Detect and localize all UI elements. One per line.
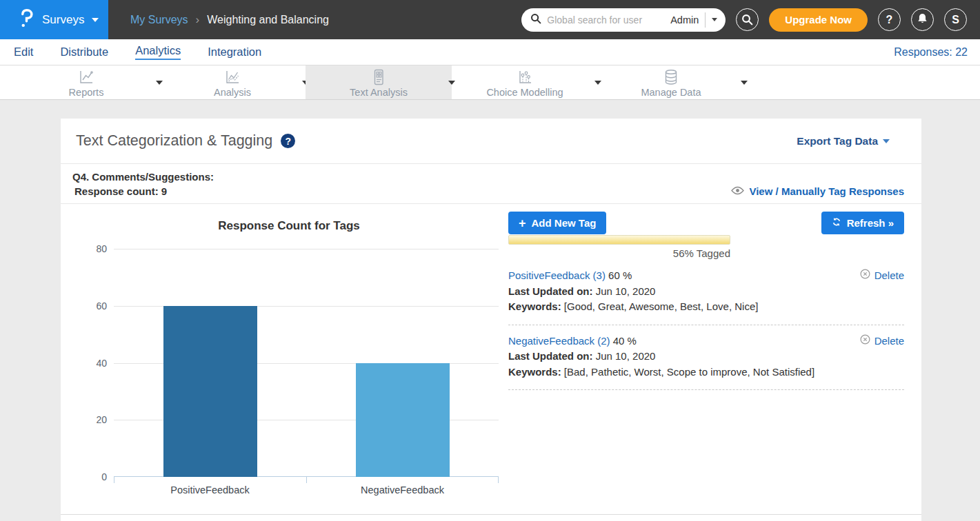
tag-percent: 60 % bbox=[608, 269, 632, 281]
tag-keywords-line: Keywords: [Good, Great, Awesome, Best, L… bbox=[508, 299, 904, 315]
refresh-button[interactable]: Refresh » bbox=[821, 212, 904, 234]
view-link-label: View / Manually Tag Responses bbox=[749, 185, 904, 197]
text-tagging-panel: Text Categorization & Tagging ? Export T… bbox=[61, 119, 921, 521]
tab-label: Analysis bbox=[214, 87, 251, 98]
tag-item-positive-feedback: PositiveFeedback (3) 60 % Delete bbox=[508, 267, 904, 325]
text-document-icon bbox=[370, 69, 388, 85]
global-search-input[interactable] bbox=[547, 14, 665, 25]
chart-x-axis: PositiveFeedbackNegativeFeedback bbox=[114, 484, 499, 501]
breadcrumb-separator-icon: › bbox=[196, 13, 200, 27]
help-button[interactable]: ? bbox=[878, 8, 901, 31]
plus-icon: + bbox=[519, 217, 526, 229]
breadcrumb-my-surveys[interactable]: My Surveys bbox=[130, 14, 188, 26]
y-tick-label: 80 bbox=[76, 242, 107, 256]
divider bbox=[705, 12, 706, 28]
delete-tag-button[interactable]: Delete bbox=[860, 334, 904, 349]
brand-product-label: Surveys bbox=[42, 13, 84, 27]
updated-label: Last Updated on: bbox=[508, 285, 593, 297]
search-scope-dropdown[interactable]: Admin bbox=[670, 12, 720, 28]
tag-percent: 40 % bbox=[613, 335, 637, 347]
multi-line-chart-icon bbox=[223, 69, 241, 85]
response-count-chart: Response Count for Tags 020406080 Positi… bbox=[76, 204, 502, 514]
tab-label: Choice Modelling bbox=[486, 87, 563, 98]
upgrade-now-button[interactable]: Upgrade Now bbox=[769, 8, 868, 32]
export-label: Export Tag Data bbox=[797, 135, 878, 147]
x-tick bbox=[114, 477, 114, 483]
bar-negativefeedback[interactable] bbox=[356, 363, 450, 478]
bell-icon bbox=[917, 12, 928, 27]
panel-content: Response Count for Tags 020406080 Positi… bbox=[61, 204, 921, 521]
view-manually-tag-link[interactable]: View / Manually Tag Responses bbox=[731, 185, 904, 197]
tag-name-line: NegativeFeedback (2) 40 % bbox=[508, 334, 637, 349]
y-tick-label: 20 bbox=[76, 413, 107, 427]
tag-list: PositiveFeedback (3) 60 % Delete bbox=[508, 267, 904, 390]
gridline bbox=[114, 249, 499, 249]
chevron-down-icon bbox=[92, 18, 99, 22]
analytics-tab-bar: Reports Analysis Text Analysis Choice Mo… bbox=[0, 65, 980, 100]
bar-positivefeedback[interactable] bbox=[163, 306, 257, 477]
header-search-button[interactable] bbox=[736, 8, 759, 31]
chevron-down-icon bbox=[883, 139, 890, 143]
line-chart-icon bbox=[77, 69, 95, 85]
tag-name-line: PositiveFeedback (3) 60 % bbox=[508, 268, 632, 284]
tag-updated-line: Last Updated on: Jun 10, 2020 bbox=[508, 284, 904, 300]
header-actions: Admin Upgrade Now ? S bbox=[521, 8, 980, 32]
responses-count: Responses: 22 bbox=[894, 46, 968, 59]
updated-value: Jun 10, 2020 bbox=[596, 350, 656, 362]
chart-y-axis: 020406080 bbox=[76, 249, 107, 477]
refresh-label: Refresh » bbox=[847, 217, 894, 229]
panel-header: Text Categorization & Tagging ? Export T… bbox=[61, 119, 921, 164]
search-icon bbox=[530, 13, 541, 27]
nav-distribute[interactable]: Distribute bbox=[60, 45, 108, 59]
delete-label: Delete bbox=[874, 268, 904, 284]
tab-analysis[interactable]: Analysis bbox=[159, 65, 306, 99]
delete-tag-button[interactable]: Delete bbox=[860, 268, 904, 284]
chevron-down-icon bbox=[712, 18, 717, 21]
question-response-count: Response count: 9 bbox=[72, 184, 214, 198]
nav-edit[interactable]: Edit bbox=[14, 45, 33, 59]
x-category-label: NegativeFeedback bbox=[361, 484, 444, 496]
tab-choice-modelling[interactable]: Choice Modelling bbox=[452, 65, 598, 99]
help-badge-icon[interactable]: ? bbox=[281, 134, 295, 148]
chart-title: Response Count for Tags bbox=[76, 219, 502, 233]
tag-name-link[interactable]: NegativeFeedback (2) bbox=[508, 335, 610, 347]
tab-manage-data[interactable]: Manage Data bbox=[598, 65, 744, 99]
add-new-tag-button[interactable]: + Add New Tag bbox=[508, 212, 606, 234]
y-tick-label: 0 bbox=[76, 470, 107, 484]
nav-integration[interactable]: Integration bbox=[208, 45, 261, 59]
brand-surveys-menu[interactable]: Surveys bbox=[0, 0, 108, 39]
tab-label: Text Analysis bbox=[350, 87, 408, 98]
breadcrumb: My Surveys › Weighting and Balancing bbox=[130, 13, 329, 27]
circled-x-icon bbox=[860, 334, 870, 349]
tag-keywords-line: Keywords: [Bad, Pathetic, Worst, Scope t… bbox=[508, 365, 904, 380]
tag-name-link[interactable]: PositiveFeedback (3) bbox=[508, 269, 606, 281]
nav-analytics[interactable]: Analytics bbox=[135, 44, 181, 60]
delete-label: Delete bbox=[874, 334, 904, 349]
circled-x-icon bbox=[860, 268, 870, 284]
question-row: Q4. Comments/Suggestions: Response count… bbox=[61, 164, 921, 204]
search-scope-label: Admin bbox=[670, 14, 699, 25]
keywords-label: Keywords: bbox=[508, 366, 561, 378]
questionpro-logo-icon bbox=[19, 8, 34, 32]
tagging-progress-label: 56% Tagged bbox=[508, 247, 730, 259]
y-tick-label: 60 bbox=[76, 299, 107, 313]
eye-icon bbox=[731, 185, 744, 197]
panel-bottom-divider bbox=[61, 514, 921, 515]
user-avatar[interactable]: S bbox=[944, 8, 967, 31]
tab-text-analysis[interactable]: Text Analysis bbox=[306, 65, 452, 99]
notifications-button[interactable] bbox=[911, 8, 934, 31]
add-tag-label: Add New Tag bbox=[532, 217, 597, 229]
tags-panel: + Add New Tag Refresh » 56% Tagged bbox=[508, 212, 904, 397]
tag-head: NegativeFeedback (2) 40 % Delete bbox=[508, 334, 904, 349]
tab-reports[interactable]: Reports bbox=[13, 65, 159, 99]
keywords-value: [Bad, Pathetic, Worst, Scope to improve,… bbox=[564, 366, 814, 378]
export-tag-data-dropdown[interactable]: Export Tag Data bbox=[797, 135, 890, 147]
chevron-down-icon[interactable] bbox=[741, 81, 748, 85]
survey-nav: Edit Distribute Analytics Integration Re… bbox=[0, 39, 980, 65]
updated-label: Last Updated on: bbox=[508, 350, 593, 362]
tab-label: Manage Data bbox=[641, 87, 701, 98]
scatter-chart-icon bbox=[516, 69, 534, 85]
x-tick bbox=[498, 477, 499, 483]
keywords-label: Keywords: bbox=[508, 300, 561, 312]
tag-item-negative-feedback: NegativeFeedback (2) 40 % Delete bbox=[508, 332, 904, 391]
